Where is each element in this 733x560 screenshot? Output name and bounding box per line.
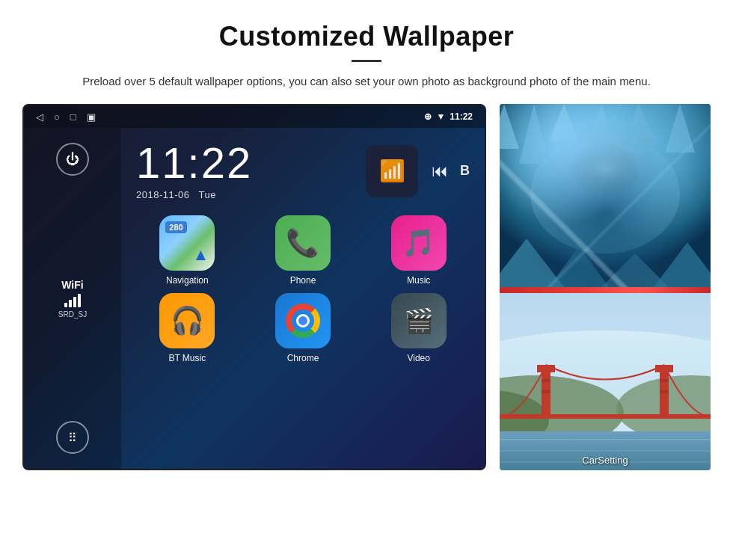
header-description: Preload over 5 default wallpaper options… xyxy=(45,73,688,90)
day-value: Tue xyxy=(199,189,216,200)
status-nav-icons: ◁ ○ □ ▣ xyxy=(36,111,96,123)
app-item-bt-music[interactable]: 🎧 BT Music xyxy=(133,293,242,363)
svg-rect-26 xyxy=(660,379,669,382)
wifi-bar-1 xyxy=(64,303,67,307)
navigation-badge: 280 xyxy=(165,221,186,233)
top-icons-area: 📶 ⏮ B xyxy=(366,145,470,197)
video-icon: 🎬 xyxy=(404,307,434,335)
main-content: ◁ ○ □ ▣ ⊕ ▼ 11:22 ⏻ WiFi xyxy=(0,104,733,470)
middle-strip xyxy=(500,287,711,293)
svg-rect-28 xyxy=(500,439,711,440)
wallpaper-thumb-golden-gate[interactable]: CarSetting xyxy=(500,293,711,470)
chrome-app-icon xyxy=(275,293,331,348)
android-center: 11:22 2018-11-06 Tue 📶 ⏮ B xyxy=(121,128,485,469)
bt-music-app-icon: 🎧 xyxy=(159,293,215,348)
wifi-bars xyxy=(58,294,87,307)
wifi-status-icon: ▼ xyxy=(436,111,445,122)
bluetooth-icon: 🎧 xyxy=(171,305,204,336)
ice-texture-overlay xyxy=(500,104,711,287)
app-item-music[interactable]: 🎵 Music xyxy=(364,215,473,286)
back-nav-icon[interactable]: ◁ xyxy=(36,111,43,123)
status-right-icons: ⊕ ▼ 11:22 xyxy=(424,111,473,122)
wifi-icon-box[interactable]: 📶 xyxy=(366,145,418,197)
clock-display: 11:22 xyxy=(136,141,252,185)
title-divider xyxy=(352,60,381,62)
status-bar: ◁ ○ □ ▣ ⊕ ▼ 11:22 xyxy=(24,105,485,128)
svg-rect-23 xyxy=(542,390,550,393)
app-grid: 280 ▲ Navigation 📞 Phone xyxy=(121,209,485,375)
bt-music-app-label: BT Music xyxy=(168,353,206,363)
page-title: Customized Wallpaper xyxy=(45,21,688,52)
prev-track-button[interactable]: ⏮ xyxy=(432,161,448,181)
app-item-navigation[interactable]: 280 ▲ Navigation xyxy=(133,215,242,286)
chrome-inner-circle xyxy=(296,314,310,327)
media-controls: ⏮ B xyxy=(432,161,470,181)
video-app-icon: 🎬 xyxy=(391,293,447,348)
wallpaper-thumb-ice-cave[interactable] xyxy=(500,104,711,287)
music-app-icon: 🎵 xyxy=(391,215,447,271)
phone-app-icon: 📞 xyxy=(275,215,331,271)
wifi-info: WiFi SRD_SJ xyxy=(58,279,87,319)
time-area: 11:22 2018-11-06 Tue 📶 ⏮ B xyxy=(121,128,485,209)
svg-rect-27 xyxy=(660,390,669,393)
app-item-chrome[interactable]: Chrome xyxy=(249,293,358,363)
wifi-ssid: SRD_SJ xyxy=(58,310,87,319)
power-button[interactable]: ⏻ xyxy=(56,143,89,176)
navigation-app-icon: 280 ▲ xyxy=(159,215,215,271)
wifi-label: WiFi xyxy=(58,279,87,291)
navigation-app-label: Navigation xyxy=(166,275,209,286)
svg-rect-29 xyxy=(500,450,711,452)
phone-app-label: Phone xyxy=(290,275,316,286)
svg-rect-22 xyxy=(542,379,550,382)
app-item-video[interactable]: 🎬 Video xyxy=(364,293,473,363)
apps-grid-button[interactable]: ⠿ xyxy=(56,421,89,454)
wifi-bar-4 xyxy=(78,294,81,307)
date-display: 2018-11-06 Tue xyxy=(136,189,252,200)
chrome-circle xyxy=(286,304,320,338)
wifi-bar-3 xyxy=(73,297,76,307)
app-item-phone[interactable]: 📞 Phone xyxy=(249,215,358,286)
android-screen: ◁ ○ □ ▣ ⊕ ▼ 11:22 ⏻ WiFi xyxy=(22,104,486,470)
page-header: Customized Wallpaper Preload over 5 defa… xyxy=(0,0,733,104)
wifi-bar-2 xyxy=(69,300,72,307)
svg-rect-19 xyxy=(500,414,711,419)
chrome-app-label: Chrome xyxy=(287,353,319,363)
carsetting-label: CarSetting xyxy=(500,455,711,466)
android-body: ⏻ WiFi SRD_SJ ⠿ xyxy=(24,128,485,469)
wifi-signal-icon: 📶 xyxy=(379,159,405,183)
android-sidebar: ⏻ WiFi SRD_SJ ⠿ xyxy=(24,128,121,469)
music-icon: 🎵 xyxy=(402,227,435,259)
ice-cave-image xyxy=(500,104,711,287)
wallpaper-thumbnails: CarSetting xyxy=(500,104,711,470)
screenshot-nav-icon[interactable]: ▣ xyxy=(87,111,96,123)
phone-icon: 📞 xyxy=(286,227,319,259)
golden-gate-svg xyxy=(500,293,711,470)
music-app-label: Music xyxy=(407,275,430,286)
time-date-block: 11:22 2018-11-06 Tue xyxy=(136,141,252,200)
home-nav-icon[interactable]: ○ xyxy=(54,111,60,123)
status-time: 11:22 xyxy=(450,111,473,122)
location-icon: ⊕ xyxy=(424,111,432,122)
recent-nav-icon[interactable]: □ xyxy=(70,111,76,123)
video-app-label: Video xyxy=(407,353,429,363)
track-label: B xyxy=(460,163,470,179)
date-value: 2018-11-06 xyxy=(136,189,190,200)
navigation-arrow-icon: ▲ xyxy=(193,245,209,265)
